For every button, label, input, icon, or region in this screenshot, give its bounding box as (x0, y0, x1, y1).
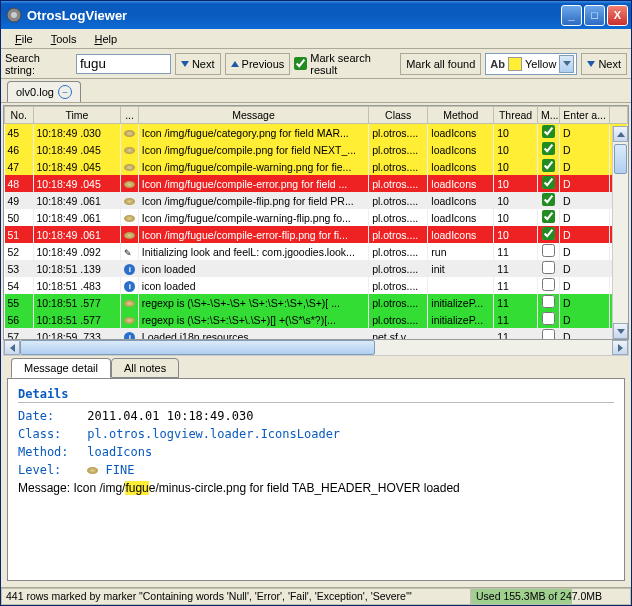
col-time[interactable]: Time (33, 107, 121, 124)
menu-help[interactable]: Help (86, 31, 125, 47)
table-row[interactable]: 4810:18:49 .045Icon /img/fugue/compile-e… (5, 175, 628, 192)
mark-checkbox[interactable] (542, 295, 555, 308)
col-mark[interactable]: M... (538, 107, 560, 124)
menu-tools[interactable]: Tools (43, 31, 85, 47)
minimize-button[interactable]: _ (561, 5, 582, 26)
search-input[interactable] (76, 54, 171, 74)
mark-checkbox[interactable] (542, 227, 555, 240)
table-row[interactable]: 5510:18:51 .577regexp is (\S+-\S+-\S+ \S… (5, 294, 628, 311)
mark-all-button[interactable]: Mark all found (400, 53, 481, 75)
col-message[interactable]: Message (138, 107, 368, 124)
next-button[interactable]: Next (175, 53, 221, 75)
color-swatch-icon (508, 57, 522, 71)
arrow-down-icon (181, 61, 189, 67)
vertical-scrollbar[interactable] (612, 126, 628, 339)
mark-checkbox[interactable] (542, 176, 555, 189)
mark-checkbox[interactable] (542, 159, 555, 172)
mark-checkbox[interactable] (542, 278, 555, 291)
table-row[interactable]: 4710:18:49 .045Icon /img/fugue/compile-w… (5, 158, 628, 175)
detail-tabbar: Message detail All notes (3, 356, 629, 378)
scroll-down-button[interactable] (613, 323, 628, 339)
menubar: File Tools Help (1, 29, 631, 49)
titlebar[interactable]: OtrosLogViewer _ □ X (1, 1, 631, 29)
col-level[interactable]: ... (121, 107, 139, 124)
mark-checkbox[interactable] (542, 210, 555, 223)
scroll-up-button[interactable] (613, 126, 628, 142)
previous-button[interactable]: Previous (225, 53, 291, 75)
close-button[interactable]: X (607, 5, 628, 26)
tab-olv0[interactable]: olv0.log – (7, 81, 81, 102)
search-label: Search string: (5, 52, 72, 76)
table-row[interactable]: 5110:18:49 .061Icon /img/fugue/compile-e… (5, 226, 628, 243)
scroll-left-button[interactable] (4, 340, 20, 355)
app-icon (6, 7, 22, 23)
statusbar: 441 rows marked by marker "Containing wo… (1, 587, 631, 605)
col-thread[interactable]: Thread (494, 107, 538, 124)
mark-search-checkbox[interactable]: Mark search result (294, 52, 396, 76)
level-icon (87, 467, 98, 474)
dropdown-arrow-icon (559, 55, 574, 73)
mark-checkbox[interactable] (542, 312, 555, 325)
search-toolbar: Search string: Next Previous Mark search… (1, 49, 631, 79)
arrow-down-icon (587, 61, 595, 67)
detail-group-title: Details (18, 387, 614, 403)
tab-message-detail[interactable]: Message detail (11, 358, 111, 378)
color-dropdown[interactable]: Ab Yellow (485, 53, 577, 75)
svg-point-1 (11, 12, 17, 18)
memory-indicator[interactable]: Used 155.3MB of 247.0MB (471, 588, 631, 605)
col-method[interactable]: Method (428, 107, 494, 124)
horizontal-scrollbar[interactable] (3, 340, 629, 356)
log-table[interactable]: No. Time ... Message Class Method Thread… (3, 105, 629, 340)
close-tab-icon[interactable]: – (58, 85, 72, 99)
mark-checkbox[interactable] (542, 142, 555, 155)
detail-panel: Details Date: 2011.04.01 10:18:49.030 Cl… (7, 378, 625, 581)
mark-checkbox[interactable] (542, 329, 555, 340)
col-enter[interactable]: Enter a... (559, 107, 609, 124)
tab-all-notes[interactable]: All notes (111, 358, 179, 378)
maximize-button[interactable]: □ (584, 5, 605, 26)
table-row[interactable]: 5410:18:51 .483iicon loadedpl.otros....1… (5, 277, 628, 294)
table-row[interactable]: 4910:18:49 .061Icon /img/fugue/compile-f… (5, 192, 628, 209)
document-tabbar: olv0.log – (1, 79, 631, 103)
menu-file[interactable]: File (7, 31, 41, 47)
mark-checkbox[interactable] (542, 261, 555, 274)
window-title: OtrosLogViewer (27, 8, 559, 23)
table-row[interactable]: 4510:18:49 .030Icon /img/fugue/category.… (5, 124, 628, 142)
scroll-thumb[interactable] (614, 144, 627, 174)
scroll-right-button[interactable] (612, 340, 628, 355)
hscroll-thumb[interactable] (20, 340, 375, 355)
arrow-up-icon (231, 61, 239, 67)
table-row[interactable]: 5010:18:49 .061Icon /img/fugue/compile-w… (5, 209, 628, 226)
col-no[interactable]: No. (5, 107, 34, 124)
next2-button[interactable]: Next (581, 53, 627, 75)
col-class[interactable]: Class (369, 107, 428, 124)
mark-checkbox[interactable] (542, 193, 555, 206)
table-row[interactable]: 5610:18:51 .577regexp is (\S+:\S+:\S+\.\… (5, 311, 628, 328)
table-row[interactable]: 5310:18:51 .139iicon loadedpl.otros....i… (5, 260, 628, 277)
mark-checkbox[interactable] (542, 125, 555, 138)
mark-checkbox[interactable] (542, 244, 555, 257)
table-row[interactable]: 4610:18:49 .045Icon /img/fugue/compile.p… (5, 141, 628, 158)
table-row[interactable]: 5710:18:59 .733iLoaded i18n resourcesnet… (5, 328, 628, 340)
status-message: 441 rows marked by marker "Containing wo… (1, 588, 471, 605)
table-row[interactable]: 5210:18:49 .092✎Initializing look and fe… (5, 243, 628, 260)
